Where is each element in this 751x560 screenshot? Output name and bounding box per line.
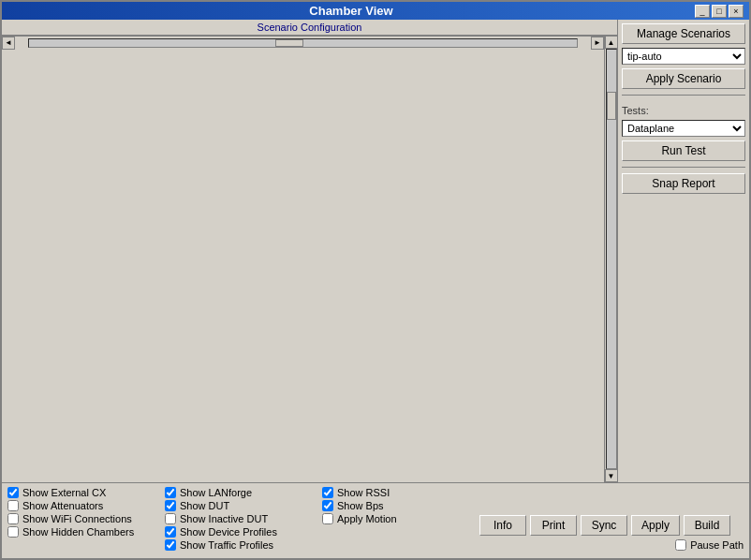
canvas-panel: Scenario Configuration + ⊙ − bbox=[2, 20, 618, 482]
canvas-inner: + ⊙ − bbox=[2, 36, 617, 482]
show-bps-item[interactable]: Show Bps bbox=[322, 500, 472, 511]
show-traffic-profiles-label: Show Traffic Profiles bbox=[180, 539, 273, 551]
show-lanforge-label: Show LANforge bbox=[180, 487, 252, 498]
build-button[interactable]: Build bbox=[684, 515, 730, 536]
apply-scenario-button[interactable]: Apply Scenario bbox=[622, 68, 745, 89]
show-lanforge-item[interactable]: Show LANforge bbox=[165, 487, 315, 498]
show-wifi-connections-checkbox[interactable] bbox=[7, 513, 19, 524]
show-dut-item[interactable]: Show DUT bbox=[165, 500, 315, 511]
sync-button[interactable]: Sync bbox=[581, 515, 627, 536]
show-inactive-dut-item[interactable]: Show Inactive DUT bbox=[165, 513, 315, 524]
show-hidden-chambers-checkbox[interactable] bbox=[7, 526, 19, 538]
show-bps-checkbox[interactable] bbox=[322, 500, 333, 511]
show-external-cx-label: Show External CX bbox=[22, 487, 106, 498]
show-rssi-item[interactable]: Show RSSI bbox=[322, 487, 472, 498]
title-bar-text: Chamber View bbox=[7, 4, 695, 18]
scenario-select-row: tip-auto bbox=[622, 48, 745, 65]
col4: Info Print Sync Apply Build Pause Path bbox=[479, 487, 744, 551]
show-wifi-connections-label: Show WiFi Connections bbox=[22, 513, 132, 524]
show-traffic-profiles-checkbox[interactable] bbox=[165, 539, 176, 551]
show-external-cx-checkbox[interactable] bbox=[7, 487, 19, 498]
title-bar-buttons: _ □ × bbox=[695, 5, 744, 18]
vscroll-track[interactable] bbox=[606, 49, 617, 469]
print-button[interactable]: Print bbox=[530, 515, 577, 536]
apply-motion-item[interactable]: Apply Motion bbox=[322, 513, 472, 524]
show-external-cx-item[interactable]: Show External CX bbox=[7, 487, 157, 498]
hscroll: ◄ ► bbox=[2, 36, 604, 49]
col1: Show External CX Show Attenuators Show W… bbox=[7, 487, 157, 551]
test-select-row: Dataplane bbox=[622, 120, 745, 137]
apply-button[interactable]: Apply bbox=[631, 515, 680, 536]
show-attenuators-label: Show Attenuators bbox=[22, 500, 103, 511]
maximize-button[interactable]: □ bbox=[712, 5, 727, 18]
run-test-button[interactable]: Run Test bbox=[622, 140, 745, 161]
hscroll-thumb[interactable] bbox=[275, 39, 303, 47]
right-panel: Manage Scenarios tip-auto Apply Scenario… bbox=[618, 20, 749, 482]
show-rssi-label: Show RSSI bbox=[337, 487, 390, 498]
vscroll-thumb[interactable] bbox=[607, 92, 616, 120]
pause-path-label: Pause Path bbox=[690, 539, 744, 551]
show-hidden-chambers-label: Show Hidden Chambers bbox=[22, 526, 134, 538]
tests-label: Tests: bbox=[622, 105, 745, 116]
manage-scenarios-button[interactable]: Manage Scenarios bbox=[622, 23, 745, 44]
scenario-dropdown[interactable]: tip-auto bbox=[622, 48, 745, 65]
close-button[interactable]: × bbox=[729, 5, 744, 18]
scenario-label: Scenario Configuration bbox=[2, 20, 617, 36]
divider-1 bbox=[622, 95, 745, 96]
col2: Show LANforge Show DUT Show Inactive DUT… bbox=[165, 487, 315, 551]
main-content: Scenario Configuration + ⊙ − bbox=[2, 20, 749, 482]
show-traffic-profiles-item[interactable]: Show Traffic Profiles bbox=[165, 539, 315, 551]
vscroll-up-arrow[interactable]: ▲ bbox=[605, 36, 618, 49]
bottom-bar: Show External CX Show Attenuators Show W… bbox=[2, 482, 749, 558]
show-hidden-chambers-item[interactable]: Show Hidden Chambers bbox=[7, 526, 157, 538]
show-dut-label: Show DUT bbox=[180, 500, 229, 511]
show-lanforge-checkbox[interactable] bbox=[165, 487, 176, 498]
main-window: Chamber View _ □ × Scenario Configuratio… bbox=[0, 0, 751, 560]
snap-report-button[interactable]: Snap Report bbox=[622, 173, 745, 194]
show-device-profiles-checkbox[interactable] bbox=[165, 526, 176, 538]
show-inactive-dut-label: Show Inactive DUT bbox=[180, 513, 268, 524]
pause-path-item[interactable]: Pause Path bbox=[675, 539, 744, 551]
show-rssi-checkbox[interactable] bbox=[322, 487, 333, 498]
vscroll-down-arrow[interactable]: ▼ bbox=[605, 469, 618, 482]
show-device-profiles-label: Show Device Profiles bbox=[180, 526, 277, 538]
bottom-buttons: Info Print Sync Apply Build bbox=[479, 515, 744, 536]
show-attenuators-checkbox[interactable] bbox=[7, 500, 19, 511]
hscroll-right-arrow[interactable]: ► bbox=[591, 37, 604, 50]
apply-motion-checkbox[interactable] bbox=[322, 513, 333, 524]
show-wifi-connections-item[interactable]: Show WiFi Connections bbox=[7, 513, 157, 524]
pause-path-checkbox[interactable] bbox=[675, 539, 686, 551]
bottom-checkboxes: Show External CX Show Attenuators Show W… bbox=[7, 487, 744, 551]
show-dut-checkbox[interactable] bbox=[165, 500, 176, 511]
test-dropdown[interactable]: Dataplane bbox=[622, 120, 745, 137]
hscroll-left-arrow[interactable]: ◄ bbox=[2, 37, 15, 50]
divider-2 bbox=[622, 167, 745, 168]
show-attenuators-item[interactable]: Show Attenuators bbox=[7, 500, 157, 511]
show-bps-label: Show Bps bbox=[337, 500, 384, 511]
title-bar: Chamber View _ □ × bbox=[2, 2, 749, 20]
hscroll-track[interactable] bbox=[28, 38, 578, 48]
minimize-button[interactable]: _ bbox=[695, 5, 710, 18]
show-inactive-dut-checkbox[interactable] bbox=[165, 513, 176, 524]
canvas-main: + ⊙ − bbox=[2, 36, 604, 482]
col3: Show RSSI Show Bps Apply Motion bbox=[322, 487, 472, 551]
apply-motion-label: Apply Motion bbox=[337, 513, 397, 524]
vscroll: ▲ ▼ bbox=[604, 36, 617, 482]
info-button[interactable]: Info bbox=[479, 515, 526, 536]
show-device-profiles-item[interactable]: Show Device Profiles bbox=[165, 526, 315, 538]
